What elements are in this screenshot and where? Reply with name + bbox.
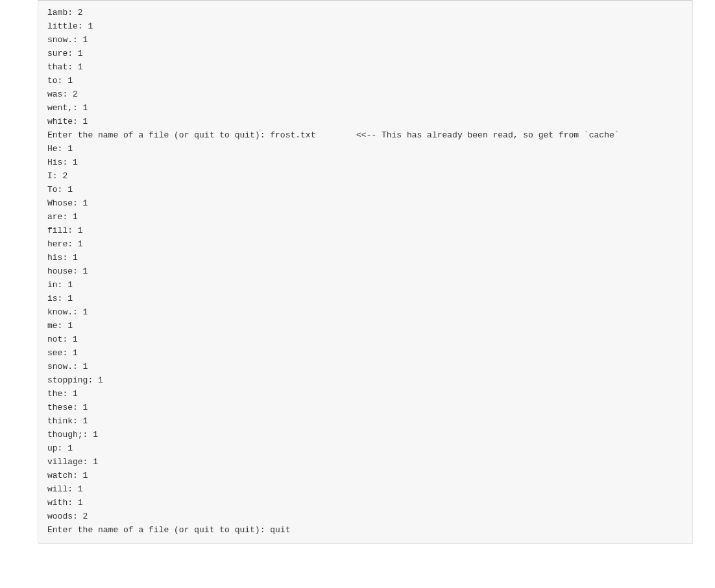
code-block-container: lamb: 2 little: 1 snow.: 1 sure: 1 that:…: [38, 0, 693, 544]
page: lamb: 2 little: 1 snow.: 1 sure: 1 that:…: [0, 0, 715, 588]
code-block: lamb: 2 little: 1 snow.: 1 sure: 1 that:…: [38, 0, 693, 544]
code-output: lamb: 2 little: 1 snow.: 1 sure: 1 that:…: [47, 6, 683, 537]
